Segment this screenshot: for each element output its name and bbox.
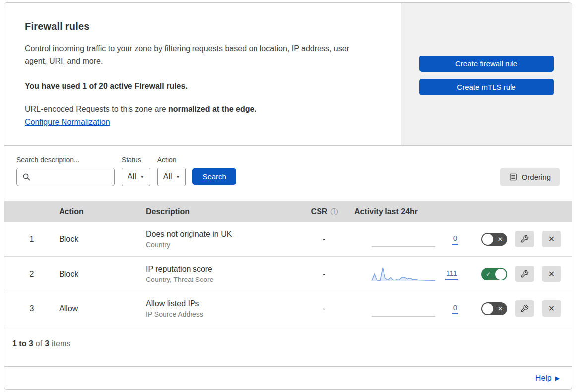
wrench-icon bbox=[520, 235, 529, 243]
delete-rule-button[interactable]: ✕ bbox=[542, 300, 561, 317]
column-action: Action bbox=[59, 207, 146, 216]
create-mtls-rule-button[interactable]: Create mTLS rule bbox=[419, 79, 554, 95]
rule-match-fields: IP Source Address bbox=[146, 310, 295, 318]
usage-note: You have used 1 of 20 active Firewall ru… bbox=[25, 82, 371, 91]
action-dropdown-value: All bbox=[163, 172, 172, 181]
rule-activity-cell: 111 bbox=[354, 265, 478, 283]
table-body: 1 Block Does not originate in UK Country… bbox=[4, 222, 572, 326]
ordering-icon bbox=[509, 173, 517, 181]
configure-normalization-link[interactable]: Configure Normalization bbox=[25, 118, 110, 127]
help-row: Help ▶ bbox=[4, 366, 572, 389]
help-link[interactable]: Help ▶ bbox=[535, 374, 560, 383]
rule-action: Block bbox=[59, 270, 146, 279]
action-dropdown[interactable]: All ▼ bbox=[157, 168, 186, 186]
info-icon[interactable]: ⓘ bbox=[330, 207, 338, 217]
rule-csr-value: - bbox=[295, 235, 354, 244]
rule-csr-value: - bbox=[295, 270, 354, 279]
column-description: Description bbox=[146, 207, 295, 216]
search-button[interactable]: Search bbox=[192, 168, 236, 185]
toggle-knob bbox=[482, 303, 493, 314]
chevron-down-icon: ▼ bbox=[140, 174, 144, 179]
rule-description-cell: Does not originate in UK Country bbox=[146, 230, 295, 249]
toggle-cross-icon: ✕ bbox=[498, 236, 503, 242]
column-activity: Activity last 24hr bbox=[354, 207, 478, 216]
rule-description-cell: IP reputation score Country, Threat Scor… bbox=[146, 265, 295, 283]
table-row: 1 Block Does not originate in UK Country… bbox=[4, 222, 572, 257]
rule-match-fields: Country bbox=[146, 241, 295, 249]
activity-sparkline bbox=[371, 300, 436, 318]
activity-count-link[interactable]: 111 bbox=[445, 269, 458, 280]
header-text-block: Firewall rules Control incoming traffic … bbox=[4, 3, 401, 145]
create-firewall-rule-button[interactable]: Create firewall rule bbox=[419, 56, 554, 72]
rule-description-title: Does not originate in UK bbox=[146, 230, 295, 239]
edit-rule-button[interactable] bbox=[515, 266, 534, 282]
status-dropdown-value: All bbox=[128, 172, 136, 181]
wrench-icon bbox=[520, 304, 529, 313]
search-icon bbox=[22, 173, 30, 181]
chevron-down-icon: ▼ bbox=[176, 174, 180, 179]
page-description: Control incoming traffic to your zone by… bbox=[25, 42, 371, 68]
header-section: Firewall rules Control incoming traffic … bbox=[4, 3, 572, 146]
toggle-knob bbox=[495, 269, 506, 280]
rule-priority: 1 bbox=[4, 235, 59, 244]
edit-rule-button[interactable] bbox=[515, 300, 534, 317]
delete-icon: ✕ bbox=[548, 269, 555, 279]
rule-controls: ✓ ✕ ✕ bbox=[478, 300, 572, 317]
ordering-button-label: Ordering bbox=[522, 173, 551, 181]
activity-count-link[interactable]: 0 bbox=[452, 234, 458, 245]
ordering-button[interactable]: Ordering bbox=[500, 168, 560, 186]
table-header: Action Description CSR ⓘ Activity last 2… bbox=[4, 201, 572, 222]
activity-count-link[interactable]: 0 bbox=[452, 303, 458, 314]
filter-bar: Search description... Status All ▼ Actio… bbox=[4, 146, 572, 197]
rule-activity-cell: 0 bbox=[354, 300, 478, 318]
delete-icon: ✕ bbox=[548, 234, 555, 244]
rule-enabled-toggle[interactable]: ✓ ✕ bbox=[481, 268, 507, 280]
rule-description-title: IP reputation score bbox=[146, 265, 295, 274]
action-filter-group: Action All ▼ bbox=[157, 156, 186, 186]
delete-rule-button[interactable]: ✕ bbox=[542, 231, 561, 247]
rule-enabled-toggle[interactable]: ✓ ✕ bbox=[481, 302, 507, 315]
rule-csr-value: - bbox=[295, 304, 354, 313]
status-filter-group: Status All ▼ bbox=[122, 156, 150, 186]
toggle-knob bbox=[482, 234, 493, 245]
column-csr: CSR ⓘ bbox=[295, 207, 354, 217]
page-title: Firewall rules bbox=[25, 21, 371, 32]
pagination-total: 3 bbox=[45, 339, 49, 348]
help-arrow-icon: ▶ bbox=[555, 374, 560, 382]
actions-panel: Create firewall rule Create mTLS rule bbox=[401, 3, 572, 145]
rule-description-cell: Allow listed IPs IP Source Address bbox=[146, 299, 295, 318]
rule-activity-cell: 0 bbox=[354, 230, 478, 248]
delete-rule-button[interactable]: ✕ bbox=[542, 266, 561, 282]
action-label: Action bbox=[157, 156, 186, 164]
search-group: Search description... bbox=[16, 156, 115, 186]
status-label: Status bbox=[122, 156, 150, 164]
rule-action: Block bbox=[59, 235, 146, 244]
activity-sparkline bbox=[371, 265, 436, 283]
rule-priority: 2 bbox=[4, 270, 59, 279]
wrench-icon bbox=[520, 270, 529, 278]
firewall-rules-panel: Firewall rules Control incoming traffic … bbox=[4, 2, 572, 390]
table-row: 3 Allow Allow listed IPs IP Source Addre… bbox=[4, 291, 572, 326]
table-row: 2 Block IP reputation score Country, Thr… bbox=[4, 257, 572, 291]
rule-controls: ✓ ✕ ✕ bbox=[478, 231, 572, 247]
rule-match-fields: Country, Threat Score bbox=[146, 276, 295, 283]
rule-controls: ✓ ✕ ✕ bbox=[478, 266, 572, 282]
toggle-check-icon: ✓ bbox=[486, 271, 491, 277]
rule-action: Allow bbox=[59, 304, 146, 313]
activity-sparkline bbox=[371, 230, 436, 248]
status-dropdown[interactable]: All ▼ bbox=[122, 168, 150, 186]
normalization-note: URL-encoded Requests to this zone are no… bbox=[25, 105, 371, 113]
rule-enabled-toggle[interactable]: ✓ ✕ bbox=[481, 233, 507, 246]
pagination-range: 1 to 3 bbox=[12, 339, 33, 348]
delete-icon: ✕ bbox=[548, 304, 555, 313]
search-label: Search description... bbox=[16, 156, 115, 164]
search-description-input[interactable] bbox=[16, 168, 115, 186]
rule-priority: 3 bbox=[4, 304, 59, 313]
rule-description-title: Allow listed IPs bbox=[146, 299, 295, 308]
pagination-summary: 1 to 3 of 3 items bbox=[4, 326, 572, 362]
edit-rule-button[interactable] bbox=[515, 231, 534, 247]
toggle-cross-icon: ✕ bbox=[498, 306, 503, 312]
